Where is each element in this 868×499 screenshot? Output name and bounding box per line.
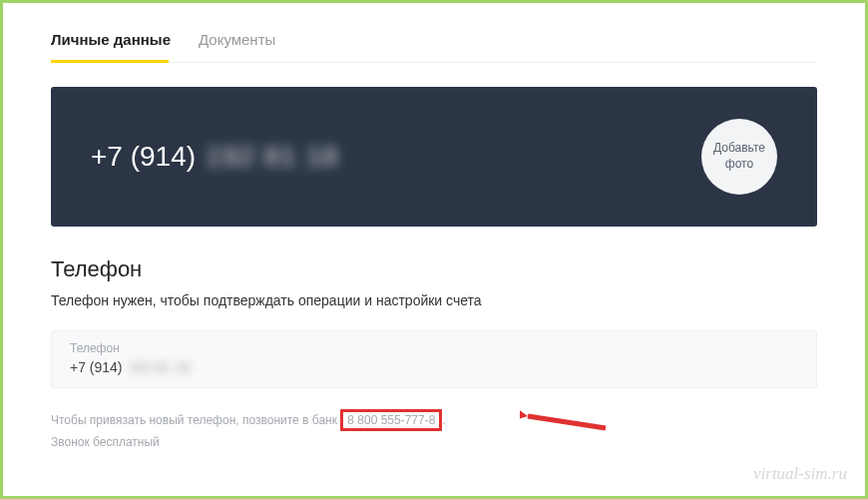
- tabs: Личные данные Документы: [51, 31, 817, 63]
- profile-phone-number: +7 (914) 192 81 18: [91, 141, 339, 173]
- add-photo-button[interactable]: Добавьте фото: [701, 119, 777, 195]
- hint-line2: Звонок бесплатный: [51, 435, 160, 449]
- phone-value-prefix: +7 (914): [70, 359, 123, 375]
- phone-section: Телефон Телефон нужен, чтобы подтверждат…: [51, 256, 817, 453]
- phone-field[interactable]: Телефон +7 (914) 192 81 18: [51, 330, 817, 388]
- profile-header-card: +7 (914) 192 81 18 Добавьте фото: [51, 87, 817, 227]
- add-photo-label-1: Добавьте: [713, 141, 765, 157]
- annotation-arrow-icon: [520, 408, 610, 434]
- hint-pre: Чтобы привязать новый телефон, позвоните…: [51, 413, 340, 427]
- tab-personal-data[interactable]: Личные данные: [51, 31, 171, 62]
- active-tab-underline: [51, 60, 169, 63]
- phone-prefix: +7 (914): [91, 141, 196, 173]
- phone-field-value: +7 (914) 192 81 18: [70, 359, 798, 375]
- bank-phone-highlight: 8 800 555-777-8: [340, 409, 442, 431]
- section-description: Телефон нужен, чтобы подтверждать операц…: [51, 292, 817, 308]
- svg-line-0: [528, 416, 606, 428]
- hint-post: .: [442, 413, 445, 427]
- tab-documents[interactable]: Документы: [199, 31, 275, 62]
- phone-value-masked: 192 81 18: [129, 359, 191, 375]
- hint-text: Чтобы привязать новый телефон, позвоните…: [51, 410, 817, 453]
- watermark: virtual-sim.ru: [753, 464, 847, 484]
- add-photo-label-2: фото: [713, 157, 765, 173]
- phone-field-label: Телефон: [70, 341, 798, 355]
- page-content: Личные данные Документы +7 (914) 192 81 …: [3, 3, 865, 453]
- section-title: Телефон: [51, 256, 817, 282]
- phone-masked: 192 81 18: [206, 141, 339, 173]
